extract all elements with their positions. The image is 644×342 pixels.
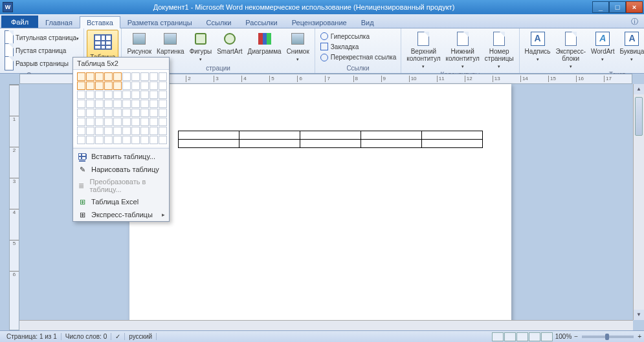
grid-cell[interactable] xyxy=(95,109,104,117)
zoom-slider[interactable] xyxy=(582,336,634,338)
maximize-button[interactable]: □ xyxy=(609,1,626,13)
grid-cell[interactable] xyxy=(86,81,94,90)
hyperlink-button[interactable]: Гиперссылка xyxy=(318,31,372,41)
scrollbar-vertical[interactable]: ▲ ▼ xyxy=(633,84,644,320)
grid-cell[interactable] xyxy=(131,118,140,126)
table-grid-picker[interactable] xyxy=(73,70,169,147)
grid-cell[interactable] xyxy=(122,109,131,117)
grid-cell[interactable] xyxy=(150,127,158,135)
grid-cell[interactable] xyxy=(113,118,122,126)
grid-cell[interactable] xyxy=(150,100,158,108)
view-web-icon[interactable] xyxy=(516,332,528,341)
pagenum-button[interactable]: Номер страницы xyxy=(482,30,516,70)
grid-cell[interactable] xyxy=(122,72,131,81)
close-button[interactable]: × xyxy=(626,1,643,13)
grid-cell[interactable] xyxy=(86,72,94,81)
footer-button[interactable]: Нижний колонтитул xyxy=(443,30,482,70)
status-page[interactable]: Страница: 1 из 1 xyxy=(3,333,61,340)
grid-cell[interactable] xyxy=(140,91,149,99)
zoom-level[interactable]: 100% xyxy=(553,333,575,340)
grid-cell[interactable] xyxy=(95,91,104,99)
grid-cell[interactable] xyxy=(95,118,104,126)
status-language[interactable]: русский xyxy=(125,333,157,340)
zoom-out-button[interactable]: − xyxy=(574,333,578,340)
grid-cell[interactable] xyxy=(95,81,104,90)
tab-layout[interactable]: Разметка страницы xyxy=(120,16,199,28)
scroll-up-icon[interactable]: ▲ xyxy=(634,84,644,94)
tab-insert[interactable]: Вставка xyxy=(80,16,120,28)
tab-references[interactable]: Ссылки xyxy=(199,16,239,28)
help-button[interactable]: ⓘ xyxy=(629,16,640,28)
grid-cell[interactable] xyxy=(104,109,113,117)
grid-cell[interactable] xyxy=(150,91,158,99)
grid-cell[interactable] xyxy=(131,81,140,90)
crossref-button[interactable]: Перекрестная ссылка xyxy=(318,52,398,63)
grid-cell[interactable] xyxy=(113,91,122,99)
grid-cell[interactable] xyxy=(113,72,122,81)
grid-cell[interactable] xyxy=(131,109,140,117)
shapes-button[interactable]: Фигуры xyxy=(187,30,214,63)
grid-cell[interactable] xyxy=(104,118,113,126)
grid-cell[interactable] xyxy=(122,118,131,126)
zoom-in-button[interactable]: + xyxy=(638,333,641,340)
inserted-table[interactable] xyxy=(178,131,483,148)
grid-cell[interactable] xyxy=(140,118,149,126)
grid-cell[interactable] xyxy=(159,72,167,81)
status-proofing[interactable]: ✓ xyxy=(111,333,125,340)
grid-cell[interactable] xyxy=(150,118,158,126)
grid-cell[interactable] xyxy=(140,72,149,81)
grid-cell[interactable] xyxy=(122,127,131,135)
grid-cell[interactable] xyxy=(131,136,140,144)
grid-cell[interactable] xyxy=(77,136,85,144)
scrollbar-horizontal[interactable] xyxy=(19,320,633,330)
grid-cell[interactable] xyxy=(77,127,85,135)
grid-cell[interactable] xyxy=(113,109,122,117)
tab-view[interactable]: Вид xyxy=(354,16,381,28)
grid-cell[interactable] xyxy=(86,109,94,117)
grid-cell[interactable] xyxy=(122,91,131,99)
grid-cell[interactable] xyxy=(86,127,94,135)
grid-cell[interactable] xyxy=(104,136,113,144)
grid-cell[interactable] xyxy=(86,91,94,99)
quick-tables-menu[interactable]: ⊞Экспресс-таблицы▸ xyxy=(73,208,169,221)
status-wordcount[interactable]: Число слов: 0 xyxy=(61,333,111,340)
grid-cell[interactable] xyxy=(113,136,122,144)
grid-cell[interactable] xyxy=(140,109,149,117)
grid-cell[interactable] xyxy=(131,91,140,99)
grid-cell[interactable] xyxy=(95,127,104,135)
grid-cell[interactable] xyxy=(77,72,85,81)
header-button[interactable]: Верхний колонтитул xyxy=(404,30,443,70)
ruler-vertical[interactable]: 123456 xyxy=(9,84,19,330)
grid-cell[interactable] xyxy=(159,118,167,126)
chart-button[interactable]: Диаграмма xyxy=(245,30,284,56)
grid-cell[interactable] xyxy=(86,118,94,126)
textbox-button[interactable]: AНадпись xyxy=(522,30,553,63)
grid-cell[interactable] xyxy=(131,127,140,135)
view-print-layout-icon[interactable] xyxy=(492,332,504,341)
document-page[interactable] xyxy=(129,84,511,330)
grid-cell[interactable] xyxy=(95,100,104,108)
grid-cell[interactable] xyxy=(140,100,149,108)
grid-cell[interactable] xyxy=(77,91,85,99)
grid-cell[interactable] xyxy=(77,109,85,117)
grid-cell[interactable] xyxy=(159,127,167,135)
grid-cell[interactable] xyxy=(104,81,113,90)
grid-cell[interactable] xyxy=(104,127,113,135)
grid-cell[interactable] xyxy=(140,81,149,90)
scroll-thumb[interactable] xyxy=(635,97,643,136)
smartart-button[interactable]: SmartArt xyxy=(214,30,245,56)
grid-cell[interactable] xyxy=(104,91,113,99)
grid-cell[interactable] xyxy=(159,91,167,99)
scroll-down-icon[interactable]: ▼ xyxy=(634,310,644,320)
grid-cell[interactable] xyxy=(140,127,149,135)
page-break-button[interactable]: Разрыв страницы xyxy=(3,57,71,70)
grid-cell[interactable] xyxy=(86,136,94,144)
picture-button[interactable]: Рисунок xyxy=(124,30,154,56)
grid-cell[interactable] xyxy=(131,72,140,81)
tab-home[interactable]: Главная xyxy=(38,16,80,28)
tab-mailings[interactable]: Рассылки xyxy=(238,16,284,28)
draw-table-menu[interactable]: ✎Нарисовать таблицу xyxy=(73,163,169,176)
tab-file[interactable]: Файл xyxy=(1,16,38,28)
grid-cell[interactable] xyxy=(95,136,104,144)
quickparts-button[interactable]: Экспресс-блоки xyxy=(553,30,588,70)
